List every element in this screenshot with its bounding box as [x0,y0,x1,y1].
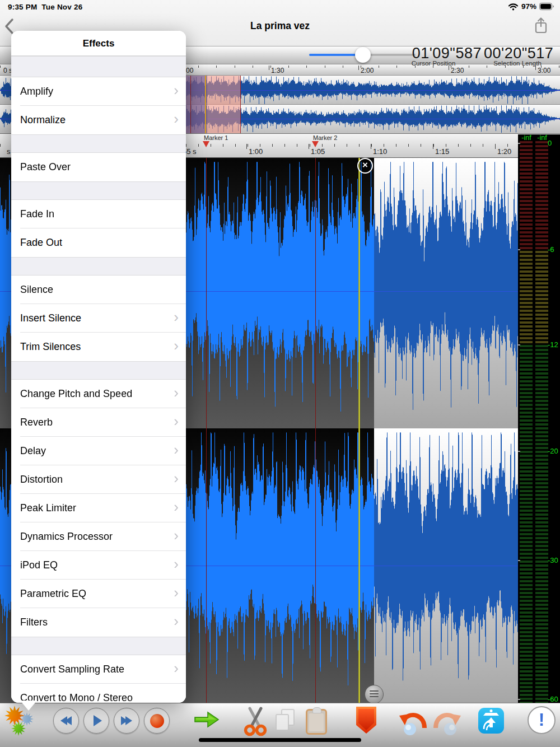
battery-icon [539,3,554,10]
alert-button[interactable]: ! [528,706,556,734]
ruler-minor-tick [235,66,235,68]
ruler-minor-tick [359,144,360,147]
menu-item-delay[interactable]: Delay› [11,437,186,465]
menu-item-amplify[interactable]: Amplify› [11,77,186,106]
meter-inf-left: -inf [518,134,535,142]
menu-item-dynamics-processor[interactable]: Dynamics Processor› [11,522,186,551]
ruler-minor-tick [198,144,199,147]
popover-arrow [20,701,37,711]
ruler-minor-tick [253,66,253,68]
effects-popover-title: Effects [11,38,186,49]
status-clock: 9:35 PM Tue Nov 26 [8,3,82,11]
ruler-minor-tick [325,66,325,68]
menu-item-label: Reverb [20,408,53,437]
cut-button[interactable] [243,707,268,739]
menu-item-convert-to-mono-stereo[interactable]: Convert to Mono / Stereo [11,684,186,703]
scissors-icon [243,707,268,737]
level-meter-bar-left [520,141,533,703]
marker-pin-1[interactable] [203,141,209,147]
menu-item-silence[interactable]: Silence [11,276,186,304]
menu-item-label: Paste Over [20,153,71,181]
ruler-minor-tick [211,144,211,147]
menu-item-ipod-eq[interactable]: iPod EQ› [11,551,186,580]
undo-icon [398,707,429,738]
ruler-major-tick [495,144,496,149]
ruler-minor-tick [297,144,297,147]
play-icon [94,715,102,726]
ruler-minor-tick [396,144,396,147]
share-button[interactable] [533,17,550,36]
home-indicator[interactable] [199,738,361,742]
meter-tick [518,249,520,250]
ruler-minor-tick [384,144,384,147]
marker-pin-2[interactable] [312,141,319,147]
menu-item-convert-sampling-rate[interactable]: Convert Sampling Rate› [11,655,186,684]
menu-item-label: iPod EQ [20,551,58,580]
menu-item-reverb[interactable]: Reverb› [11,408,186,437]
menu-item-label: Fade In [20,200,54,228]
menu-item-label: Convert to Mono / Stereo [20,684,133,703]
zoom-slider-thumb[interactable] [355,47,371,63]
ruler-label: 2:00 [361,67,374,74]
undo-button[interactable] [398,707,429,740]
menu-item-distortion[interactable]: Distortion› [11,465,186,494]
marker-label-2: Marker 2 [313,134,337,141]
status-indicators: 97% [508,2,554,11]
ruler-minor-tick [223,144,223,147]
chevron-right-icon: › [174,333,179,359]
menu-item-filters[interactable]: Filters› [11,608,186,637]
menu-item-fade-in[interactable]: Fade In [11,200,186,228]
chevron-right-icon: › [174,608,179,634]
menu-item-change-pitch-and-speed[interactable]: Change Pitch and Speed› [11,380,186,408]
effects-star-blue-icon [20,712,34,726]
menu-item-trim-silences[interactable]: Trim Silences› [11,333,186,361]
send-button[interactable] [478,708,504,734]
meter-scale-30: -30 [548,556,558,564]
level-meter-bar-right [535,141,548,703]
ruler-major-tick [433,144,433,149]
effects-star-green-icon [11,721,26,736]
redo-button[interactable] [431,707,463,740]
selection-drag-handle[interactable] [365,685,384,703]
ruler-major-tick [246,144,247,149]
ruler-label: 3:00 [538,67,550,74]
ruler-minor-tick [284,144,285,147]
chevron-right-icon: › [174,655,179,681]
menu-item-fade-out[interactable]: Fade Out [11,228,186,257]
menu-item-insert-silence[interactable]: Insert Silence› [11,304,186,333]
menu-item-parametric-eq[interactable]: Parametric EQ› [11,580,186,608]
paste-button[interactable] [306,709,327,735]
jump-arrow-button[interactable] [194,710,220,731]
meter-scale-6: -6 [548,245,554,254]
effects-menu-list: Amplify›Normalize›Paste OverFade InFade … [11,56,186,703]
ruler-label: 1:15 [435,147,449,156]
close-selection-button[interactable]: × [357,158,373,174]
ruler-minor-tick [421,144,421,147]
menu-item-label: Convert Sampling Rate [20,655,124,684]
ruler-minor-tick [235,144,236,147]
chevron-right-icon: › [174,408,179,435]
chevron-right-icon: › [174,380,179,406]
menu-item-paste-over[interactable]: Paste Over [11,153,186,181]
menu-item-peak-limiter[interactable]: Peak Limiter› [11,494,186,522]
meter-tick [518,560,520,561]
meter-scale-12: -12 [548,340,558,349]
ruler-major-tick [358,66,359,70]
chevron-right-icon: › [174,304,179,330]
menu-section-gap [11,134,186,153]
ruler-minor-tick [470,144,471,147]
chevron-right-icon: › [174,522,179,549]
menu-item-label: Filters [20,608,48,637]
copy-button[interactable] [274,709,298,734]
add-marker-button[interactable] [356,707,376,734]
ruler-minor-tick [379,66,379,68]
chevron-right-icon: › [174,77,179,104]
ruler-minor-tick [216,66,217,68]
ruler-label: s [7,147,11,156]
menu-item-normalize[interactable]: Normalize› [11,106,186,134]
ruler-major-tick [309,144,309,149]
ruler-label: 2:30 [451,67,464,74]
rewind-icon-2 [65,716,72,725]
status-time: 9:35 PM [8,3,37,11]
meter-scale-20: -20 [548,447,558,455]
